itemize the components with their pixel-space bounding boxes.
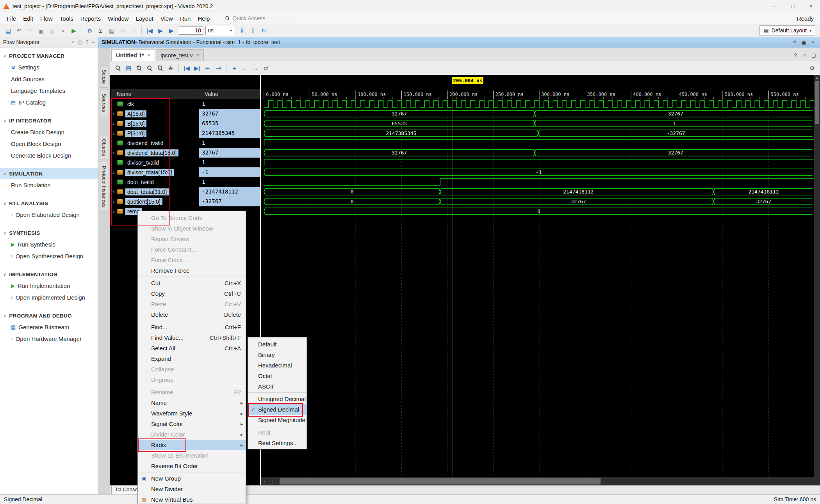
menu-item-find[interactable]: Find...Ctrl+F [138, 322, 246, 332]
help-icon[interactable]: ? [794, 52, 797, 58]
flownav-item-run-synthesis[interactable]: ▶Run Synthesis [0, 238, 98, 250]
menu-flow[interactable]: Flow [37, 14, 56, 23]
menu-item-default[interactable]: Default [248, 339, 307, 350]
report-icon[interactable]: ▦ [107, 25, 117, 35]
vertical-scroll-thumb[interactable] [815, 81, 819, 124]
next-transition-icon[interactable]: ⇥ [214, 63, 223, 73]
horizontal-scroll-thumb[interactable] [280, 478, 601, 484]
scroll-up-icon[interactable]: ▲ [814, 75, 820, 80]
menu-item-copy[interactable]: CopyCtrl+C [138, 288, 246, 299]
menu-item-ascii[interactable]: ASCII [248, 381, 307, 392]
menu-item-new-virtual-bus[interactable]: ▥New Virtual Bus [138, 494, 246, 504]
sum-icon[interactable]: Σ [96, 25, 106, 35]
save-waveform-icon[interactable]: ▤ [124, 63, 133, 73]
find-icon[interactable] [113, 63, 123, 73]
close-icon[interactable]: × [196, 52, 200, 58]
tab-untitled-1[interactable]: Untitled 1*× [111, 49, 155, 61]
signal-name-row-dout-tdata-31-0[interactable]: ›dout_tdata[31:0] [111, 187, 199, 197]
float-icon[interactable]: ▢ [78, 39, 82, 45]
float-icon[interactable]: ▣ [801, 39, 806, 45]
signal-name-row-divisor-tvalid[interactable]: divisor_tvalid [111, 158, 199, 167]
flownav-item-generate-bitstream[interactable]: ▦Generate Bitstream [0, 321, 98, 333]
signal-name-row-p-31-0[interactable]: ›P[31:0] [111, 128, 199, 138]
wave-settings-gear-icon[interactable]: ⚙ [808, 63, 817, 73]
flownav-item-create-block-design[interactable]: Create Block Design [0, 126, 98, 138]
signal-name-row-divisor-tdata-15-0[interactable]: ›divisor_tdata[15:0] [111, 167, 199, 177]
menu-item-find-value[interactable]: Find Value...Ctrl+Shift+F [138, 332, 246, 343]
menu-help[interactable]: Help [194, 14, 213, 23]
menu-view[interactable]: View [157, 14, 176, 23]
scroll-right-icon[interactable]: › [269, 477, 276, 486]
flownav-item-open-synthesized-design[interactable]: ›Open Synthesized Design [0, 250, 98, 262]
copy-icon[interactable]: ▣ [36, 25, 46, 35]
side-tab-scope[interactable]: Scope [100, 66, 108, 88]
menu-item-expand[interactable]: Expand [138, 353, 246, 364]
menu-item-unsigned-decimal[interactable]: Unsigned Decimal [248, 394, 307, 404]
flownav-item-run-implementation[interactable]: ▶Run Implementation [0, 280, 98, 291]
zoom-out-icon[interactable]: − [145, 63, 154, 73]
horizontal-scrollbar[interactable]: ‹ › [261, 477, 814, 486]
flownav-section-synthesis[interactable]: ∨SYNTHESIS [0, 227, 98, 238]
menu-item-name[interactable]: Name▸ [138, 398, 246, 408]
vertical-scrollbar[interactable]: ▲ [814, 75, 820, 477]
menu-item-waveform-style[interactable]: Waveform Style▸ [138, 408, 246, 419]
flownav-item-open-elaborated-design[interactable]: ›Open Elaborated Design [0, 209, 98, 220]
menu-item-new-divider[interactable]: New Divider [138, 484, 246, 494]
signal-name-row-clk[interactable]: clk [111, 99, 199, 109]
time-unit-select[interactable]: us ▾ [205, 26, 234, 35]
settings-gear-icon[interactable]: ⚙ [85, 25, 95, 35]
menu-edit[interactable]: Edit [20, 14, 37, 23]
tab-ipcore-test-v[interactable]: ipcore_test.v× [156, 49, 204, 61]
scroll-left-icon[interactable]: ‹ [261, 477, 269, 486]
menu-item-signed-decimal[interactable]: ✓Signed Decimal [248, 404, 307, 415]
maximize-button[interactable]: □ [784, 0, 802, 12]
signal-name-row-b-15-0[interactable]: ›B[15:0] [111, 119, 199, 128]
help-icon[interactable]: ? [793, 39, 796, 45]
menu-item-binary[interactable]: Binary [248, 350, 307, 360]
quick-access-search[interactable]: Quick Access [223, 14, 297, 23]
maximize-icon[interactable]: ▢ [811, 52, 816, 58]
run-for-time-icon[interactable]: ▶ [166, 25, 176, 35]
flownav-item-language-templates[interactable]: Language Templates [0, 85, 98, 96]
menu-window[interactable]: Window [104, 14, 132, 23]
goto-start-icon[interactable]: |◀ [182, 63, 191, 73]
toolbar-toggle-icon[interactable]: ≡ [71, 39, 74, 45]
add-marker-icon[interactable]: + [230, 63, 239, 73]
prev-transition-icon[interactable]: ⇤ [203, 63, 212, 73]
zoom-fit-icon[interactable]: □ [155, 63, 165, 73]
side-tab-sources[interactable]: Sources [100, 90, 108, 116]
waveform-canvas[interactable]: 0.000 ns50.000 ns100.000 ns150.000 ns200… [261, 75, 814, 477]
help-icon[interactable]: ? [86, 39, 89, 45]
flownav-item-open-hardware-manager[interactable]: ›Open Hardware Manager [0, 333, 98, 344]
menu-item-real-settings[interactable]: Real Settings... [248, 438, 307, 448]
run-all-icon[interactable]: ▶ [155, 25, 166, 35]
menu-file[interactable]: File [3, 14, 20, 23]
menu-item-reverse-bit-order[interactable]: Reverse Bit Order [138, 461, 246, 471]
flownav-section-implementation[interactable]: ∨IMPLEMENTATION [0, 269, 98, 280]
flownav-item-add-sources[interactable]: Add Sources [0, 73, 98, 85]
pause-icon[interactable]: ‖ [248, 25, 258, 35]
zoom-in-icon[interactable]: + [134, 63, 144, 73]
minimize-button[interactable]: — [766, 0, 784, 12]
signal-name-row-dividend-tdata-15-0[interactable]: ›dividend_tdata[15:0] [111, 148, 199, 158]
signal-name-row-a-15-0[interactable]: ›A[15:0] [111, 109, 199, 119]
undo-icon[interactable]: ↶ [14, 25, 24, 35]
close-icon[interactable]: × [148, 52, 151, 58]
flownav-item-ip-catalog[interactable]: ▤IP Catalog [0, 96, 98, 108]
flownav-section-ip-integrator[interactable]: ∨IP INTEGRATOR [0, 115, 98, 126]
step-icon[interactable]: ⇓ [237, 25, 247, 35]
flownav-item-run-simulation[interactable]: Run Simulation [0, 179, 98, 191]
close-button[interactable]: × [802, 0, 820, 12]
menu-tools[interactable]: Tools [56, 14, 77, 23]
menu-layout[interactable]: Layout [132, 14, 157, 23]
side-tab-protocol-instances[interactable]: Protocol Instances [100, 162, 108, 211]
signal-name-row-quotient-15-0[interactable]: ›quotient[15:0] [111, 197, 199, 206]
side-tab-objects[interactable]: Objects [100, 135, 108, 160]
flownav-section-program-and-debug[interactable]: ∨PROGRAM AND DEBUG [0, 310, 98, 321]
layout-selector[interactable]: ▦ Default Layout ▾ [759, 25, 815, 35]
swap-cursors-icon[interactable]: ⇄ [261, 63, 271, 73]
prev-marker-icon[interactable]: ← [240, 63, 250, 73]
menu-item-radix[interactable]: Radix▸ [138, 440, 246, 450]
restart-sim-icon[interactable]: |◀ [144, 25, 155, 35]
menu-item-cut[interactable]: CutCtrl+X [138, 278, 246, 288]
